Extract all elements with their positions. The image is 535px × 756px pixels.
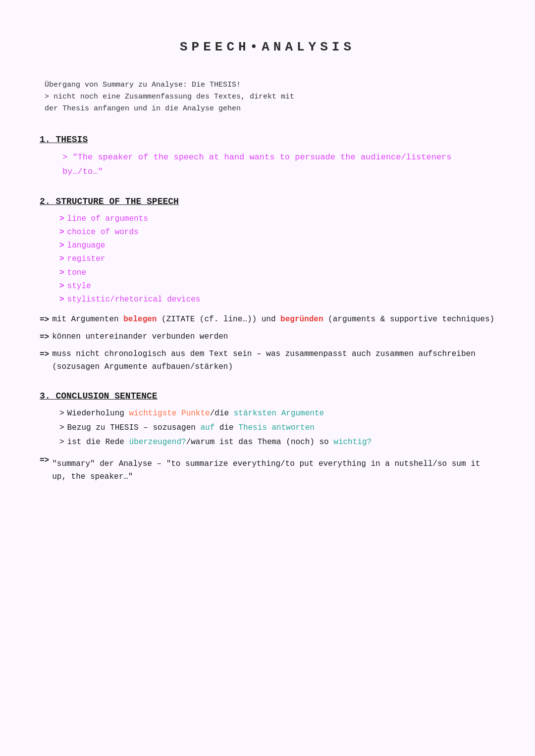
arrow-icon-6: > — [59, 280, 64, 293]
page-container: SPEECH•ANALYSIS Übergang von Summary zu … — [40, 30, 495, 483]
structure-item-label-3: language — [67, 239, 106, 252]
conclusion-arrow-2: > — [59, 421, 64, 435]
structure-heading: 2. STRUCTURE OF THE SPEECH — [40, 197, 495, 206]
thesis-heading: 1. THESIS — [40, 135, 495, 145]
highlight-ueberzeugend: überzeugend? — [129, 438, 186, 447]
structure-item-label-1: line of arguments — [67, 212, 148, 226]
fat-arrow-icon-3: => — [40, 348, 49, 361]
structure-note-3: => muss nicht chronologisch aus dem Text… — [40, 348, 495, 373]
fat-arrow-icon-2: => — [40, 331, 49, 344]
structure-item-label-7: stylistic/rhetorical devices — [67, 293, 201, 306]
structure-item-2: > choice of words — [59, 226, 495, 239]
section-thesis: 1. THESIS > "The speaker of the speech a… — [40, 135, 495, 179]
highlight-thesis-antworten: Thesis antworten — [238, 423, 315, 432]
section-structure: 2. STRUCTURE OF THE SPEECH > line of arg… — [40, 197, 495, 374]
conclusion-item-2: > Bezug zu THESIS – sozusagen auf die Th… — [59, 421, 495, 435]
intro-block: Übergang von Summary zu Analyse: Die THE… — [45, 79, 495, 115]
fat-arrow-icon-1: => — [40, 313, 49, 327]
structure-item-5: > tone — [59, 266, 495, 280]
structure-note-2-content: können untereinander verbunden werden — [52, 331, 228, 344]
page-title: SPEECH•ANALYSIS — [40, 30, 495, 54]
structure-item-label-5: tone — [67, 266, 86, 280]
structure-item-4: > register — [59, 252, 495, 266]
structure-item-label-2: choice of words — [67, 226, 139, 239]
intro-line3: der Thesis anfangen und in die Analyse g… — [45, 103, 495, 115]
structure-note-1: => mit Argumenten belegen (ZITATE (cf. l… — [40, 313, 495, 327]
conclusion-item-3: > ist die Rede überzeugend?/warum ist da… — [59, 436, 495, 449]
structure-item-label-6: style — [67, 280, 91, 293]
conclusion-text-2: Bezug zu THESIS – sozusagen auf die Thes… — [67, 421, 315, 435]
highlight-wichtig: wichtig? — [333, 438, 372, 447]
highlight-auf: auf — [200, 423, 214, 432]
arrow-icon-4: > — [59, 252, 64, 266]
conclusion-text-1: Wiederholung wichtigste Punkte/die stärk… — [67, 407, 324, 420]
arrow-icon-7: > — [59, 293, 64, 306]
highlight-wichtigste: wichtigste Punkte — [129, 409, 210, 418]
fat-arrow-conclusion: => — [40, 454, 49, 467]
structure-item-1: > line of arguments — [59, 212, 495, 226]
highlight-begruenden: begründen — [280, 315, 323, 324]
intro-line1: Übergang von Summary zu Analyse: Die THE… — [45, 79, 495, 91]
highlight-stärksten: stärksten Argumente — [234, 409, 324, 418]
structure-item-label-4: register — [67, 252, 106, 266]
conclusion-text-3: ist die Rede überzeugend?/warum ist das … — [67, 436, 372, 449]
structure-item-3: > language — [59, 239, 495, 252]
arrow-icon-1: > — [59, 212, 64, 226]
structure-note-3-content: muss nicht chronologisch aus dem Text se… — [52, 348, 495, 373]
structure-item-6: > style — [59, 280, 495, 293]
conclusion-item-1: > Wiederholung wichtigste Punkte/die stä… — [59, 407, 495, 420]
intro-line2: > nicht noch eine Zusammenfassung des Te… — [45, 91, 495, 103]
arrow-icon-5: > — [59, 266, 64, 280]
conclusion-summary: => "summary" der Analyse – "to summarize… — [40, 454, 495, 483]
highlight-belegen: belegen — [123, 315, 157, 324]
conclusion-summary-text: "summary" der Analyse – "to summarize ev… — [52, 458, 495, 483]
conclusion-arrow-3: > — [59, 436, 64, 449]
conclusion-arrow-1: > — [59, 407, 64, 420]
conclusion-heading: 3. CONCLUSION SENTENCE — [40, 391, 495, 401]
structure-note-2: => können untereinander verbunden werden — [40, 331, 495, 344]
section-conclusion: 3. CONCLUSION SENTENCE > Wiederholung wi… — [40, 391, 495, 484]
arrow-icon-3: > — [59, 239, 64, 252]
structure-item-7: > stylistic/rhetorical devices — [59, 293, 495, 306]
thesis-quote: > "The speaker of the speech at hand wan… — [62, 151, 495, 179]
arrow-icon-2: > — [59, 226, 64, 239]
structure-note-1-content: mit Argumenten belegen (ZITATE (cf. line… — [52, 313, 494, 326]
